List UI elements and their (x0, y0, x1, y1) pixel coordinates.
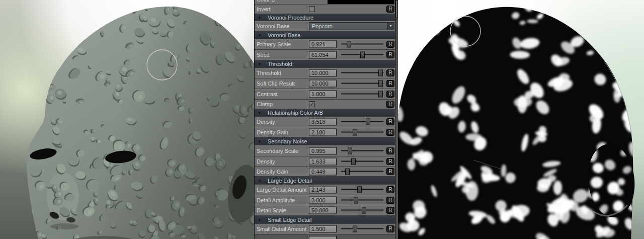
section-header-voronoi-base[interactable]: ▼Voronoi Base (255, 32, 395, 39)
seed-slider[interactable] (341, 52, 383, 58)
param-value-field[interactable]: 61.054 (309, 51, 337, 59)
dropdown-selected-value: Popcorn (312, 23, 333, 29)
param-value-field[interactable]: 1.500 (309, 225, 337, 233)
small-detail-amount-slider[interactable] (341, 226, 383, 232)
density-gain-row: Density Gain2.180R (255, 127, 395, 137)
primary-scale-slider[interactable] (341, 41, 383, 48)
reset-button[interactable]: R (386, 225, 394, 232)
soft-clip-result-slider[interactable] (341, 81, 383, 87)
reset-button[interactable]: R (386, 118, 394, 125)
param-value-field[interactable]: 2.143 (309, 186, 337, 194)
reset-button[interactable]: R (386, 69, 394, 76)
reset-button[interactable]: R (386, 80, 394, 87)
slider-handle[interactable] (378, 70, 383, 76)
param-value-field[interactable]: 1.000 (309, 91, 337, 98)
param-label: Soft Clip Result (257, 81, 295, 87)
reset-button[interactable]: R (386, 51, 394, 58)
texture-properties-panel: Color BInvertR▼Voronoi ProcedureVoronoi … (254, 0, 395, 239)
clamp-checkbox[interactable]: ✓ (309, 101, 315, 107)
param-value-field[interactable]: 0.995 (309, 147, 337, 154)
density-slider[interactable] (341, 158, 383, 165)
param-label: Secondary Scale (257, 148, 298, 154)
slider-handle[interactable] (378, 91, 383, 98)
param-value-field[interactable]: 1.633 (309, 157, 337, 165)
invert-row: InvertR (255, 5, 395, 14)
section-header-large-edge-detail[interactable]: ▼Large Edge Detail (255, 177, 395, 184)
param-label: Seed (257, 52, 270, 58)
section-header-label: Voronoi Procedure (268, 15, 313, 21)
section-header-threshold[interactable]: ▼Threshold (255, 60, 395, 67)
reset-button[interactable]: R (386, 207, 394, 214)
slider-handle[interactable] (345, 168, 350, 175)
reset-button[interactable]: R (386, 91, 394, 98)
texture-preview-render (398, 0, 644, 239)
slider-handle[interactable] (357, 187, 362, 193)
slider-handle[interactable] (360, 52, 365, 58)
detail-amplitute-row: Detail Amplitute3.000R (255, 195, 395, 205)
primary-scale-row: Primary Scale0.921R (255, 39, 395, 49)
section-header-voronoi-procedure[interactable]: ▼Voronoi Procedure (255, 14, 395, 21)
section-header-seondary-noise[interactable]: ▼Seondary Noise (255, 137, 395, 145)
param-value-field[interactable]: 10.000 (309, 69, 337, 77)
density-slider[interactable] (341, 119, 383, 125)
slider-handle[interactable] (378, 81, 383, 87)
reset-button[interactable]: R (386, 41, 394, 48)
slider-handle[interactable] (354, 197, 358, 203)
slider-handle[interactable] (351, 158, 356, 165)
slider-handle[interactable] (353, 226, 357, 232)
param-value-field[interactable]: 10.000 (309, 80, 337, 88)
invert-checkbox[interactable] (309, 6, 315, 12)
texture-preview-viewport[interactable] (398, 0, 644, 239)
reset-button[interactable]: R (386, 147, 394, 154)
param-label: Threshold (257, 70, 281, 76)
slider-handle[interactable] (362, 207, 366, 214)
density-gain-slider[interactable] (341, 129, 383, 135)
large-detail-amount-slider[interactable] (341, 187, 383, 193)
partial-next-row (255, 234, 395, 239)
param-label: Density (257, 119, 275, 125)
threshold-slider[interactable] (341, 70, 383, 76)
detail-scale-slider[interactable] (341, 207, 383, 214)
contrast-slider[interactable] (341, 91, 383, 98)
param-value-field[interactable]: 2.180 (309, 128, 337, 136)
small-detail-amount-row: Small Detail Amount1.500R (255, 224, 395, 234)
param-value-field[interactable]: 3.000 (309, 196, 337, 204)
density-gain-slider[interactable] (341, 168, 383, 175)
param-label: Color B (257, 0, 275, 3)
collapse-triangle-icon: ▼ (258, 62, 262, 66)
collapse-triangle-icon: ▼ (258, 217, 262, 222)
reset-button[interactable]: R (386, 186, 394, 193)
color-b-swatch[interactable] (328, 0, 394, 4)
reset-button[interactable]: R (386, 158, 394, 165)
param-label: Small Detail Amount (257, 226, 306, 232)
reset-button[interactable]: R (386, 129, 394, 136)
param-value-field[interactable]: 3.518 (309, 118, 337, 126)
section-header-label: Voronoi Base (268, 32, 300, 38)
slider-handle[interactable] (353, 129, 357, 135)
slider-handle[interactable] (366, 119, 370, 125)
sculpt-viewport[interactable] (0, 0, 254, 239)
reset-button[interactable]: R (386, 197, 394, 204)
param-value-field[interactable] (309, 236, 337, 239)
param-value-field[interactable]: 0.449 (309, 168, 337, 175)
section-header-relationship-color-a-b[interactable]: ▼Relationship Color A/B (255, 109, 395, 116)
section-header-small-edge-detail[interactable]: ▼Small Edge Detail (255, 216, 395, 223)
param-value-field[interactable]: 50.000 (309, 207, 337, 214)
clamp-row: Clamp✓R (255, 100, 395, 109)
chevron-down-icon[interactable]: ▼ (387, 23, 394, 30)
voronoi-base-dropdown[interactable]: Popcorn▼ (309, 22, 394, 30)
collapse-triangle-icon: ▼ (258, 139, 262, 143)
slider-handle[interactable] (348, 147, 352, 154)
collapse-triangle-icon: ▼ (258, 33, 262, 38)
reset-button[interactable]: R (386, 6, 394, 13)
reset-button[interactable]: R (386, 168, 394, 175)
detail-amplitute-slider[interactable] (341, 197, 383, 203)
param-label: Clamp (257, 101, 273, 107)
reset-button[interactable]: R (386, 101, 394, 108)
section-header-label: Small Edge Detail (268, 217, 311, 223)
secondary-scale-slider[interactable] (341, 147, 383, 154)
slider-handle[interactable] (347, 41, 351, 48)
param-value-field[interactable]: 0.921 (309, 41, 337, 48)
secondary-scale-row: Secondary Scale0.995R (255, 145, 395, 156)
sculpt-render (0, 0, 254, 239)
